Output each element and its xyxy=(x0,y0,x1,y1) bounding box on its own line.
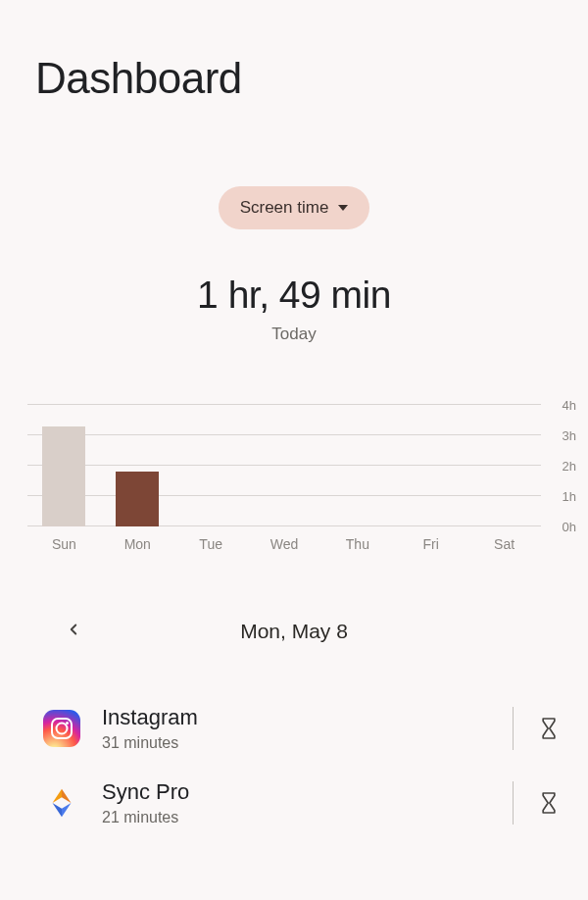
app-duration: 31 minutes xyxy=(102,734,501,752)
svg-marker-0 xyxy=(62,789,72,803)
chart-bars xyxy=(27,405,541,526)
date-nav: Mon, May 8 xyxy=(0,619,588,644)
page-title: Dashboard xyxy=(0,0,588,103)
x-axis-labels: Sun Mon Tue Wed Thu Fri Sat xyxy=(27,536,541,552)
filter-chip-label: Screen time xyxy=(240,198,329,218)
hourglass-icon[interactable] xyxy=(539,717,559,740)
x-axis-label: Wed xyxy=(248,536,321,552)
y-axis-label: 1h xyxy=(563,489,576,504)
stat-value: 1 hr, 49 min xyxy=(0,274,588,317)
bar-sun[interactable] xyxy=(42,426,85,526)
bar-mon[interactable] xyxy=(116,472,159,526)
x-axis-label: Mon xyxy=(101,536,174,552)
divider xyxy=(513,707,514,750)
y-axis-label: 4h xyxy=(563,398,576,413)
chevron-down-icon xyxy=(338,205,348,211)
app-row[interactable]: Instagram 31 minutes xyxy=(0,691,588,766)
y-axis-label: 0h xyxy=(563,520,576,534)
instagram-icon xyxy=(43,710,80,747)
stat-subtext: Today xyxy=(0,325,588,344)
app-row[interactable]: Sync Pro 21 minutes xyxy=(0,766,588,840)
y-axis-label: 2h xyxy=(563,459,576,474)
x-axis-label: Sat xyxy=(467,536,541,552)
app-name: Sync Pro xyxy=(102,779,501,805)
svg-marker-2 xyxy=(53,803,63,817)
syncpro-icon xyxy=(43,784,80,822)
hourglass-icon[interactable] xyxy=(539,791,559,815)
svg-marker-1 xyxy=(53,789,63,803)
divider xyxy=(513,781,514,825)
screen-time-chart: 0h 1h 2h 3h 4h Sun Mon Tue Wed Thu Fri S… xyxy=(10,405,578,552)
app-duration: 21 minutes xyxy=(102,809,501,826)
x-axis-label: Sun xyxy=(27,536,101,552)
filter-chip[interactable]: Screen time xyxy=(219,186,370,229)
x-axis-label: Tue xyxy=(174,536,248,552)
selected-date: Mon, May 8 xyxy=(65,620,523,643)
x-axis-label: Thu xyxy=(320,536,394,552)
app-name: Instagram xyxy=(102,705,501,730)
x-axis-label: Fri xyxy=(394,536,467,552)
y-axis-label: 3h xyxy=(563,428,576,443)
app-usage-list: Instagram 31 minutes Sync Pro 21 minutes xyxy=(0,691,588,840)
svg-marker-3 xyxy=(62,803,72,817)
